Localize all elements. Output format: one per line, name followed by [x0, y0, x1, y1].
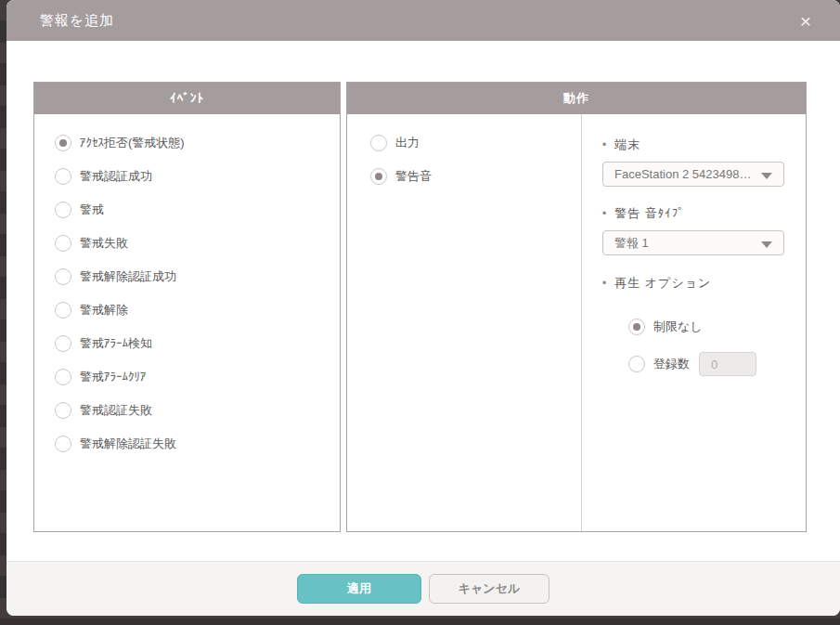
- sound-type-label-row: • 警告 音ﾀｲﾌﾟ: [602, 205, 806, 222]
- event-option-2[interactable]: 警戒: [55, 193, 340, 227]
- action-type-option-0-label: 出力: [395, 135, 420, 151]
- event-option-4[interactable]: 警戒解除認証成功: [55, 260, 340, 293]
- event-option-1-label: 警戒認証成功: [80, 168, 152, 185]
- play-option-no-limit[interactable]: 制限なし: [602, 308, 806, 345]
- event-option-8[interactable]: 警戒認証失敗: [55, 394, 340, 427]
- event-panel: ｲﾍﾞﾝﾄ ｱｸｾｽ拒否(警戒状態)警戒認証成功警戒警戒失敗警戒解除認証成功警戒…: [33, 82, 341, 532]
- device-label: 端末: [614, 137, 640, 153]
- event-option-3-label: 警戒失敗: [80, 235, 128, 252]
- play-count-input[interactable]: [699, 352, 756, 376]
- dropdown-arrow-icon: [761, 241, 772, 248]
- event-option-1[interactable]: 警戒認証成功: [55, 160, 340, 193]
- event-option-6[interactable]: 警戒ｱﾗｰﾑ検知: [55, 327, 340, 360]
- radio-unselected-icon[interactable]: [55, 436, 71, 452]
- radio-unselected-icon[interactable]: [55, 268, 71, 285]
- event-option-9[interactable]: 警戒解除認証失敗: [55, 427, 340, 461]
- play-option-label: 再生 オプション: [614, 275, 711, 292]
- radio-unselected-icon[interactable]: [628, 356, 645, 372]
- radio-unselected-icon[interactable]: [370, 135, 387, 151]
- cancel-button[interactable]: キャンセル: [429, 574, 549, 604]
- event-option-8-label: 警戒認証失敗: [80, 402, 152, 419]
- action-panel-body: 出力警告音 • 端末 FaceStation 2 54234987... • 警…: [347, 114, 806, 531]
- event-option-4-label: 警戒解除認証成功: [80, 268, 176, 285]
- event-option-5[interactable]: 警戒解除: [55, 293, 340, 327]
- radio-selected-icon[interactable]: [370, 168, 387, 185]
- event-option-6-label: 警戒ｱﾗｰﾑ検知: [80, 335, 152, 352]
- radio-unselected-icon[interactable]: [55, 369, 71, 385]
- event-radio-list: ｱｸｾｽ拒否(警戒状態)警戒認証成功警戒警戒失敗警戒解除認証成功警戒解除警戒ｱﾗ…: [34, 114, 340, 461]
- event-option-9-label: 警戒解除認証失敗: [80, 436, 176, 452]
- bullet-icon: •: [602, 207, 607, 220]
- play-option-count-label: 登録数: [653, 356, 690, 372]
- action-type-option-0[interactable]: 出力: [370, 126, 581, 160]
- action-panel: 動作 出力警告音 • 端末 FaceStation 2 54234987... …: [346, 82, 807, 532]
- event-panel-header: ｲﾍﾞﾝﾄ: [34, 83, 340, 114]
- radio-unselected-icon[interactable]: [55, 168, 71, 185]
- radio-selected-icon[interactable]: [55, 135, 71, 151]
- event-option-7[interactable]: 警戒ｱﾗｰﾑｸﾘｱ: [55, 360, 340, 394]
- event-option-2-label: 警戒: [80, 202, 104, 218]
- radio-selected-icon[interactable]: [628, 319, 645, 335]
- radio-unselected-icon[interactable]: [55, 335, 71, 352]
- dialog-titlebar: 警報を追加 ×: [6, 0, 840, 41]
- event-option-0[interactable]: ｱｸｾｽ拒否(警戒状態): [55, 126, 340, 160]
- dialog-content: ｲﾍﾞﾝﾄ ｱｸｾｽ拒否(警戒状態)警戒認証成功警戒警戒失敗警戒解除認証成功警戒…: [6, 41, 840, 561]
- event-option-5-label: 警戒解除: [80, 302, 128, 319]
- device-dropdown-value: FaceStation 2 54234987...: [614, 167, 754, 181]
- dropdown-arrow-icon: [761, 173, 772, 179]
- action-settings-column: • 端末 FaceStation 2 54234987... • 警告 音ﾀｲﾌ…: [581, 114, 806, 531]
- event-option-3[interactable]: 警戒失敗: [55, 227, 340, 260]
- play-option-no-limit-label: 制限なし: [653, 319, 703, 335]
- sound-type-dropdown[interactable]: 警報 1: [602, 230, 784, 255]
- play-option-count[interactable]: 登録数: [602, 345, 806, 383]
- dialog-title: 警報を追加: [40, 12, 114, 30]
- bullet-icon: •: [602, 277, 607, 290]
- play-options-group: 制限なし 登録数: [602, 308, 806, 383]
- action-type-column: 出力警告音: [347, 114, 581, 531]
- dialog-footer: 適用 キャンセル: [6, 561, 840, 616]
- radio-unselected-icon[interactable]: [55, 235, 71, 252]
- add-alarm-dialog: 警報を追加 × ｲﾍﾞﾝﾄ ｱｸｾｽ拒否(警戒状態)警戒認証成功警戒警戒失敗警戒…: [6, 0, 840, 616]
- radio-unselected-icon[interactable]: [55, 302, 71, 319]
- event-option-7-label: 警戒ｱﾗｰﾑｸﾘｱ: [80, 369, 147, 385]
- close-icon[interactable]: ×: [794, 9, 818, 33]
- sound-type-label: 警告 音ﾀｲﾌﾟ: [614, 205, 685, 222]
- device-label-row: • 端末: [602, 137, 806, 153]
- radio-unselected-icon[interactable]: [55, 202, 71, 218]
- action-panel-header: 動作: [347, 83, 806, 114]
- event-option-0-label: ｱｸｾｽ拒否(警戒状態): [80, 135, 185, 151]
- action-type-option-1[interactable]: 警告音: [370, 160, 581, 193]
- sound-type-dropdown-value: 警報 1: [614, 235, 649, 252]
- radio-unselected-icon[interactable]: [55, 402, 71, 419]
- device-dropdown[interactable]: FaceStation 2 54234987...: [602, 162, 784, 187]
- bullet-icon: •: [602, 138, 607, 151]
- apply-button[interactable]: 適用: [297, 574, 421, 604]
- play-option-label-row: • 再生 オプション: [602, 275, 806, 292]
- action-type-option-1-label: 警告音: [395, 168, 432, 185]
